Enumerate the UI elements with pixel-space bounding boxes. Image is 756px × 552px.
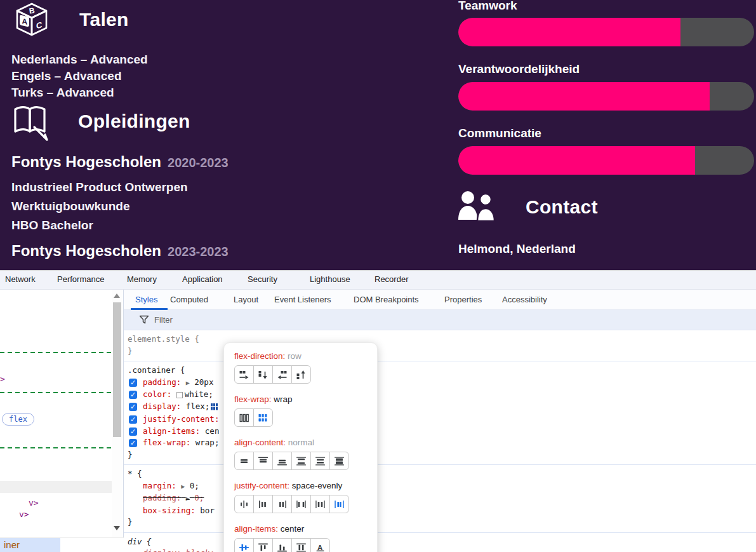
tab-computed[interactable]: Computed — [170, 295, 208, 304]
tab-application[interactable]: Application — [182, 274, 223, 284]
align-items-baseline-button[interactable]: A — [310, 538, 330, 552]
dom-tag-fragment[interactable]: v> — [29, 498, 39, 508]
education-detail-line: Werktuigbouwkunde — [11, 197, 188, 216]
styles-tab-bar: Styles Computed Layout Event Listeners D… — [124, 290, 756, 310]
flexbox-editor-popup: flex-direction: row flex-wrap: wrap — [223, 342, 378, 552]
property-name: display: — [143, 401, 181, 411]
flex-wrap-label: flex-wrap: — [234, 394, 272, 404]
align-items-center-button[interactable] — [234, 538, 254, 552]
skill-bar-verantwoordelijkheid — [458, 82, 754, 111]
property-value: block; — [186, 548, 215, 552]
css-property-row: ✓ padding: ▶ 20px — [128, 377, 752, 389]
justify-content-space-evenly-button[interactable] — [329, 495, 349, 513]
flex-editor-button[interactable] — [211, 402, 218, 414]
rule-selector: * { — [128, 468, 752, 480]
align-content-space-around-button[interactable] — [310, 452, 330, 470]
color-swatch[interactable] — [176, 392, 183, 398]
svg-text:A: A — [22, 17, 28, 27]
skill-label: Verantwoordelijkheid — [458, 62, 580, 76]
justify-content-flex-end-button[interactable] — [272, 495, 292, 513]
property-checkbox[interactable]: ✓ — [129, 379, 137, 387]
align-content-flex-end-button[interactable] — [272, 452, 292, 470]
justify-content-space-between-button[interactable] — [291, 495, 311, 513]
property-checkbox[interactable]: ✓ — [129, 403, 137, 411]
devtools-tab-bar: Network Performance Memory Application S… — [0, 271, 756, 290]
tab-network[interactable]: Network — [5, 274, 36, 284]
property-value: bor — [200, 506, 215, 515]
property-value: cen — [205, 426, 220, 436]
dom-tag-fragment[interactable]: v> — [19, 509, 29, 519]
tab-layout[interactable]: Layout — [234, 295, 258, 304]
flex-direction-column-reverse-button[interactable] — [291, 365, 311, 384]
property-checkbox[interactable]: ✓ — [129, 391, 137, 399]
property-value: white; — [185, 389, 213, 399]
dom-tag-fragment[interactable]: > — [0, 374, 5, 384]
css-property-row: ✓ flex-wrap: wrap; — [128, 437, 752, 449]
cv-page: A B C Talen Nederlands – Advanced Engels… — [0, 0, 756, 270]
justify-content-flex-start-button[interactable] — [253, 495, 273, 513]
align-content-space-between-button[interactable] — [291, 452, 311, 470]
education-detail-line: Industrieel Product Ontwerpen — [11, 178, 188, 197]
align-content-flex-start-button[interactable] — [253, 452, 273, 470]
devtools-panel: Network Performance Memory Application S… — [0, 270, 756, 552]
tab-accessibility[interactable]: Accessibility — [502, 295, 547, 304]
tab-performance[interactable]: Performance — [57, 274, 104, 284]
languages-section-title: Talen — [79, 9, 129, 30]
tab-event-listeners[interactable]: Event Listeners — [274, 295, 331, 304]
css-property-row: ✓ align-items: cen — [128, 426, 752, 438]
align-content-center-button[interactable] — [234, 452, 254, 470]
tab-recorder[interactable]: Recorder — [375, 274, 408, 284]
align-items-flex-start-button[interactable] — [253, 538, 273, 552]
property-checkbox[interactable]: ✓ — [129, 415, 137, 424]
justify-content-center-button[interactable] — [234, 495, 254, 513]
property-value: wrap; — [196, 438, 220, 447]
flex-overlay-guide — [0, 352, 112, 353]
contact-people-icon — [457, 191, 499, 222]
flex-direction-row-button[interactable] — [234, 365, 254, 384]
justify-content-label: justify-content: — [234, 481, 289, 490]
rule-element-style[interactable]: element.style { } — [124, 330, 756, 361]
scroll-down-arrow-icon[interactable] — [114, 526, 120, 530]
property-checkbox[interactable]: ✓ — [129, 439, 137, 447]
contact-section-title: Contact — [526, 196, 598, 218]
breadcrumb-selected-item[interactable]: iner — [0, 538, 60, 552]
expand-arrow-icon[interactable]: ▶ — [186, 379, 190, 386]
property-value: 20px — [194, 377, 213, 387]
rule-selector: .container { — [128, 365, 752, 377]
rule-container[interactable]: .container { ✓ padding: ▶ 20px ✓ color: … — [124, 361, 756, 465]
expand-arrow-icon[interactable]: ▶ — [181, 483, 185, 490]
property-name: display: — [143, 548, 181, 552]
tab-dom-breakpoints[interactable]: DOM Breakpoints — [354, 295, 419, 304]
align-items-flex-end-button[interactable] — [272, 538, 292, 552]
school-name: Fontys Hogescholen — [11, 242, 161, 259]
tab-properties[interactable]: Properties — [444, 295, 482, 304]
property-name: padding: — [143, 377, 181, 387]
elements-breadcrumb-bar: iner — [0, 537, 124, 552]
elements-scrollbar[interactable] — [112, 290, 123, 537]
flex-direction-row-reverse-button[interactable] — [272, 365, 292, 384]
dom-row-hover[interactable] — [0, 481, 112, 493]
tab-security[interactable]: Security — [248, 274, 277, 284]
align-content-stretch-button[interactable] — [329, 452, 349, 470]
styles-rules: element.style { } .container { ✓ padding… — [124, 330, 756, 552]
justify-content-space-around-button[interactable] — [310, 495, 330, 513]
scrollbar-thumb[interactable] — [113, 302, 121, 437]
tab-styles[interactable]: Styles — [135, 295, 157, 304]
scroll-up-arrow-icon[interactable] — [114, 293, 120, 298]
tab-lighthouse[interactable]: Lighthouse — [310, 274, 350, 284]
flex-badge[interactable]: flex — [2, 413, 34, 426]
flex-wrap-nowrap-button[interactable] — [234, 408, 254, 427]
languages-list: Nederlands – Advanced Engels – Advanced … — [11, 51, 148, 101]
align-items-stretch-button[interactable] — [291, 538, 311, 552]
property-checkbox[interactable]: ✓ — [129, 427, 137, 436]
filter-input[interactable]: Filter — [154, 315, 173, 325]
education-entry: Fontys Hogescholen2020-2023 — [11, 153, 229, 171]
flex-wrap-wrap-button[interactable] — [253, 408, 273, 427]
flex-direction-column-button[interactable] — [253, 365, 273, 384]
rule-div-user-agent[interactable]: div { display: block; — [124, 533, 756, 552]
rule-universal[interactable]: * { margin: ▶ 0; padding: ▶ 0; box-si — [124, 465, 756, 533]
expand-arrow-icon[interactable]: ▶ — [186, 495, 190, 502]
elements-tree-panel: > flex v> v> iner — [0, 290, 124, 552]
school-years: 2023-2023 — [168, 245, 229, 259]
tab-memory[interactable]: Memory — [127, 274, 157, 284]
